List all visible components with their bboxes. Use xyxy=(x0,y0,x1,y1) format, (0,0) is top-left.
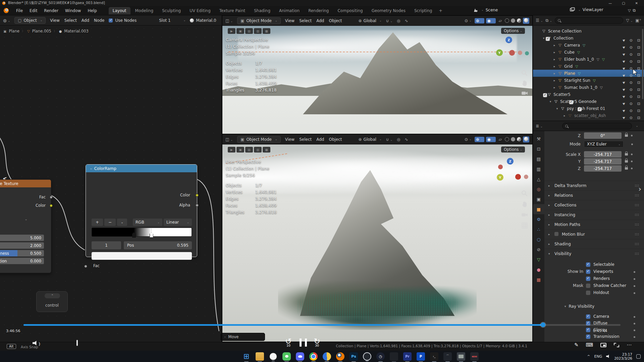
properties-tab[interactable]: ◎ xyxy=(533,184,544,194)
noise-texture-node[interactable]: ⌄Noise Texture Fac Color ⌄ Vector Scale5… xyxy=(0,179,51,273)
menubar-menu[interactable]: Edit xyxy=(26,7,40,14)
properties-tab[interactable]: ∴ xyxy=(533,224,544,234)
viewlayer-dropdown-chevron[interactable]: ⌄ xyxy=(578,8,581,11)
workspace-tab[interactable]: Scripting xyxy=(410,7,436,14)
outliner-row[interactable]: ▸ ▽ Camera ▽ ▽ ▶ ⊙ ⊡ xyxy=(533,42,644,49)
decorator-dot[interactable] xyxy=(634,329,635,331)
falloff-curve-icon[interactable]: ∿ xyxy=(405,137,408,142)
drag-grip-icon[interactable] xyxy=(635,194,639,197)
motion-blur-checkbox[interactable] xyxy=(554,232,558,236)
snap-magnet-icon[interactable]: ∪⌄ xyxy=(386,18,393,23)
decorator-dot[interactable] xyxy=(634,323,635,324)
properties-tab[interactable]: ▥ xyxy=(533,164,544,174)
workspace-tab[interactable]: Animation xyxy=(275,7,304,14)
properties-tab[interactable]: ○ xyxy=(533,234,544,244)
workspace-tab[interactable]: Texture Paint xyxy=(215,7,249,14)
rotation-z-field[interactable]: 0° xyxy=(584,132,622,139)
selectability-icon[interactable]: ▶ xyxy=(622,66,626,70)
gizmo-axis-ball[interactable] xyxy=(524,175,528,179)
properties-tab[interactable]: ⚒ xyxy=(533,134,544,144)
selectability-icon[interactable]: ▶ xyxy=(622,73,626,77)
options-dropdown[interactable]: Options⌄ xyxy=(501,28,525,34)
stop-index-field[interactable]: 1 xyxy=(92,241,121,249)
add-stop-button[interactable]: + xyxy=(92,219,103,226)
orientation-dropdown[interactable]: ⊕Global⌄ xyxy=(359,137,382,142)
color-output-socket[interactable] xyxy=(196,194,199,197)
properties-tab[interactable]: ⊡ xyxy=(533,144,544,154)
stop-color-swatch[interactable] xyxy=(92,252,192,260)
close-button[interactable]: ✕ xyxy=(635,1,638,5)
taskbar-app-icon[interactable]: KEXI xyxy=(470,352,479,361)
shading-solid-button[interactable] xyxy=(511,18,515,23)
properties-section-header[interactable]: ▸ Motion Blur xyxy=(544,229,644,239)
taskbar-app-icon[interactable]: ⌒ xyxy=(443,352,452,361)
tray-chevron-icon[interactable]: ^ xyxy=(587,354,590,359)
viewport-menu[interactable]: Select xyxy=(299,18,312,23)
viewport-user[interactable]: ◫⌄ ▣Object Mode⌄ ViewSelectAddObject ⊕Gl… xyxy=(222,134,533,342)
decorator-dot[interactable] xyxy=(631,168,633,169)
options-dropdown[interactable]: Options⌄ xyxy=(501,146,525,153)
scale-field[interactable]: -254.717 xyxy=(584,158,622,165)
drag-grip-icon[interactable] xyxy=(635,223,639,226)
unlock-icon[interactable] xyxy=(625,153,628,156)
viewport-camera[interactable]: ◫⌄ ▣Object Mode⌄ ViewSelectAddObject ⊕Gl… xyxy=(222,15,533,134)
properties-tab[interactable]: ⚙ xyxy=(533,214,544,224)
properties-section-header[interactable]: ▸ Relations xyxy=(544,190,644,200)
properties-section-header[interactable]: ▾ Visibility xyxy=(544,249,644,258)
selectability-icon[interactable]: ▶ xyxy=(622,115,626,119)
tool-strip-button[interactable]: ▣ xyxy=(236,147,244,153)
menubar-menu[interactable]: Window xyxy=(62,7,84,14)
properties-section-header[interactable]: ▸ Shading xyxy=(544,239,644,249)
tool-strip-button[interactable]: ▣ xyxy=(236,28,244,34)
taskbar-app-icon[interactable]: ⊞ xyxy=(242,352,251,361)
properties-tab[interactable]: △ xyxy=(533,174,544,184)
menubar-menu[interactable]: Help xyxy=(85,7,100,14)
selectability-icon[interactable]: ▶ xyxy=(622,108,626,112)
properties-section-header[interactable]: ▸ Instancing xyxy=(544,210,644,220)
taskbar-app-icon[interactable]: P xyxy=(417,352,425,361)
selectability-icon[interactable]: ▶ xyxy=(622,59,626,63)
editor-type-icon[interactable]: ◍⌄ xyxy=(3,18,10,23)
video-playhead[interactable] xyxy=(541,322,545,327)
expand-panel-chevron[interactable]: › xyxy=(638,185,641,193)
skip-back-button[interactable]: ↺10 xyxy=(283,337,294,348)
viewport-menu[interactable]: View xyxy=(285,137,294,142)
fullscreen-icon[interactable] xyxy=(614,343,619,347)
gradient-stop-handle[interactable] xyxy=(132,232,136,238)
alpha-output-socket[interactable] xyxy=(196,204,199,207)
gizmo-axis-ball[interactable] xyxy=(518,51,522,55)
viewport-menu[interactable]: Object xyxy=(329,18,342,23)
rotation-mode-dropdown[interactable]: XYZ Euler⌄ xyxy=(584,141,624,147)
properties-section-header[interactable]: ▸ Motion Paths xyxy=(544,220,644,229)
scale-field[interactable]: -254.717 xyxy=(584,151,622,158)
collapsed-node[interactable]: ⌃ xyxy=(45,293,60,298)
shader-menu[interactable]: Select xyxy=(64,18,77,23)
node-param-slider[interactable]: Distortion0.000 xyxy=(0,258,44,264)
properties-tab[interactable]: ▤ xyxy=(533,154,544,164)
taskbar-app-icon[interactable] xyxy=(363,352,371,361)
xray-toggle[interactable]: ▱ xyxy=(497,137,503,142)
volume-icon[interactable] xyxy=(606,355,610,358)
shader-menu[interactable]: View xyxy=(50,18,59,23)
taskbar-clock[interactable]: 23:172023/3/26 xyxy=(614,352,632,360)
unlock-icon[interactable] xyxy=(625,160,628,163)
taskbar-app-icon[interactable]: Ps xyxy=(350,352,358,361)
minimize-button[interactable]: — xyxy=(608,1,612,5)
lock-icon[interactable] xyxy=(625,134,628,137)
taskbar-app-icon[interactable] xyxy=(457,352,465,361)
taskbar-app-icon[interactable]: ›_ xyxy=(430,352,438,361)
properties-section-header[interactable]: ▸ Delta Transform xyxy=(544,181,644,190)
shader-menu[interactable]: Node xyxy=(94,18,104,23)
colorramp-gradient[interactable] xyxy=(92,228,192,237)
selectability-icon[interactable]: ▶ xyxy=(622,94,626,98)
drag-grip-icon[interactable] xyxy=(635,243,639,245)
decorator-dot[interactable] xyxy=(631,154,633,155)
menubar-menu[interactable]: File xyxy=(13,7,26,14)
gizmos-toggle[interactable]: ⊕⌄ xyxy=(475,137,484,142)
scene-dropdown-chevron[interactable]: ⌄ xyxy=(481,8,484,11)
subtitles-icon[interactable] xyxy=(76,340,78,346)
color-mode-dropdown[interactable]: RGB⌄ xyxy=(133,219,162,226)
properties-editor[interactable]: ≣⌄ ⌄ ⚒ ⊡ ▤ ▥ △ ◎ ▣ ■ ⚙ ∴ ○ ⊘ ▽ xyxy=(533,121,644,342)
material-slot-dropdown[interactable]: Slot 1⌄ xyxy=(159,18,185,23)
viewport-menu[interactable]: Add xyxy=(316,137,324,142)
